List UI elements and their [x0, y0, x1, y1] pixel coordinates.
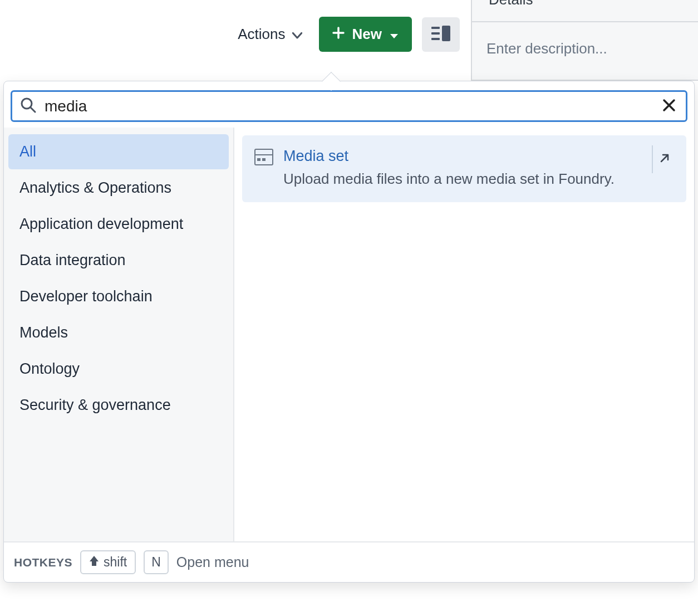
- hotkeys-label: HOTKEYS: [14, 556, 72, 569]
- search-input[interactable]: [45, 97, 652, 115]
- clear-search-button[interactable]: [660, 96, 678, 116]
- search-icon: [20, 97, 37, 116]
- svg-rect-5: [255, 149, 273, 165]
- svg-rect-2: [431, 38, 440, 40]
- category-label: Analytics & Operations: [19, 179, 171, 196]
- category-item-data-integration[interactable]: Data integration: [8, 243, 229, 278]
- chevron-down-icon: [292, 26, 302, 43]
- category-label: Data integration: [19, 252, 126, 268]
- category-label: Ontology: [19, 360, 80, 377]
- svg-rect-3: [442, 26, 450, 41]
- svg-rect-1: [431, 32, 440, 35]
- category-label: Application development: [19, 216, 183, 232]
- new-label: New: [352, 26, 382, 43]
- caret-down-icon: [390, 26, 399, 43]
- category-item-dev-toolchain[interactable]: Developer toolchain: [8, 279, 229, 314]
- close-icon: [662, 99, 676, 114]
- result-description: Upload media files into a new media set …: [283, 168, 674, 190]
- search-container: [11, 90, 687, 122]
- arrow-up-right-icon: [659, 153, 670, 166]
- new-button[interactable]: New: [319, 17, 412, 52]
- category-sidebar: All Analytics & Operations Application d…: [4, 128, 234, 541]
- result-title: Media set: [283, 148, 674, 165]
- shift-key-chip: shift: [80, 550, 136, 574]
- popover-body: All Analytics & Operations Application d…: [4, 128, 694, 541]
- top-toolbar: Actions New: [0, 0, 698, 69]
- layout-toggle-button[interactable]: [422, 17, 460, 52]
- category-label: Models: [19, 324, 68, 341]
- result-media-set[interactable]: Media set Upload media files into a new …: [242, 135, 686, 202]
- actions-label: Actions: [238, 26, 285, 43]
- media-set-icon: [254, 149, 273, 190]
- category-item-security[interactable]: Security & governance: [8, 388, 229, 423]
- category-item-all[interactable]: All: [8, 134, 229, 169]
- shift-arrow-icon: [89, 555, 99, 570]
- category-item-app-dev[interactable]: Application development: [8, 207, 229, 242]
- category-item-analytics[interactable]: Analytics & Operations: [8, 170, 229, 206]
- result-text: Media set Upload media files into a new …: [283, 148, 674, 190]
- n-key-label: N: [151, 555, 161, 570]
- shift-key-label: shift: [104, 555, 127, 570]
- svg-rect-0: [431, 27, 440, 29]
- category-item-models[interactable]: Models: [8, 315, 229, 350]
- actions-button[interactable]: Actions: [231, 21, 308, 47]
- open-external-button[interactable]: [652, 145, 676, 173]
- category-label: All: [19, 143, 36, 160]
- popover-footer: HOTKEYS shift N Open menu: [4, 541, 694, 582]
- layout-split-icon: [431, 26, 450, 43]
- open-menu-label: Open menu: [176, 554, 249, 570]
- new-resource-popover: All Analytics & Operations Application d…: [3, 81, 695, 583]
- category-label: Developer toolchain: [19, 288, 153, 305]
- n-key-chip: N: [144, 550, 169, 574]
- category-item-ontology[interactable]: Ontology: [8, 351, 229, 387]
- category-label: Security & governance: [19, 397, 171, 413]
- popover-caret: [322, 72, 341, 91]
- plus-icon: [332, 26, 345, 43]
- svg-rect-8: [262, 158, 266, 161]
- svg-rect-7: [257, 158, 260, 161]
- results-column: Media set Upload media files into a new …: [234, 128, 694, 541]
